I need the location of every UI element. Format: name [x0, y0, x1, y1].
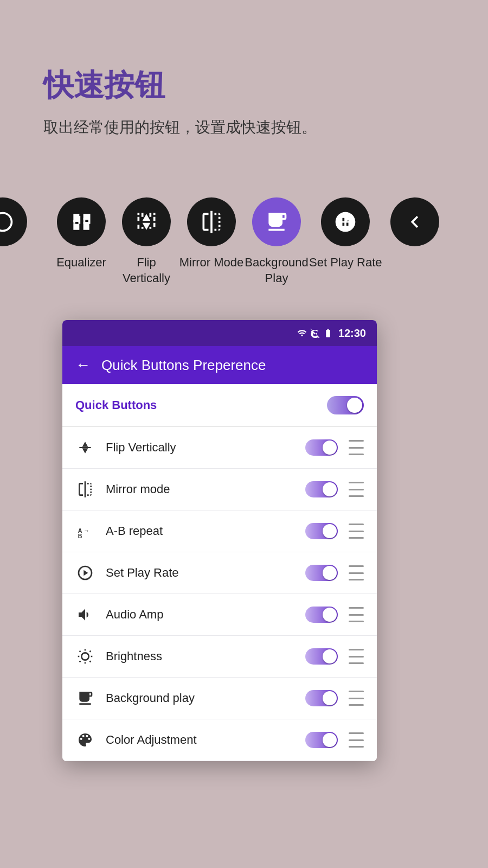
qb-circle-back[interactable]: [390, 197, 439, 246]
mirror-mode-toggle[interactable]: [305, 481, 338, 497]
svg-rect-2: [84, 218, 86, 224]
ab-repeat-drag[interactable]: [349, 524, 364, 539]
svg-text:B: B: [78, 533, 82, 539]
page-title: 快速按钮: [43, 65, 445, 106]
svg-text:→: →: [84, 527, 89, 534]
qb-item-partial[interactable]: [0, 197, 49, 246]
list-item-ab-repeat: A → B A-B repeat: [62, 510, 377, 552]
color-adjustment-drag[interactable]: [349, 732, 364, 748]
qb-label-flip: FlipVertically: [123, 255, 170, 286]
brightness-drag[interactable]: [349, 649, 364, 664]
signal-icon: [310, 328, 320, 338]
list-item-color-adjustment: Color Adjustment: [62, 719, 377, 761]
flip-vertically-toggle[interactable]: [305, 439, 338, 456]
audio-amp-icon: [75, 605, 95, 624]
svg-point-9: [81, 653, 88, 660]
ab-repeat-label: A-B repeat: [106, 524, 294, 538]
list-item-background-play: Background play: [62, 678, 377, 719]
background-play-toggle[interactable]: [305, 690, 338, 706]
background-play-icon: [75, 688, 95, 708]
brightness-label: Brightness: [106, 649, 294, 663]
qb-label-rate: Set Play Rate: [309, 255, 382, 271]
background-play-drag[interactable]: [349, 691, 364, 706]
qb-item-flip-vertically[interactable]: FlipVertically: [114, 197, 179, 286]
audio-amp-drag[interactable]: [349, 607, 364, 622]
mirror-mode-icon: [75, 480, 95, 499]
phone-mockup: 12:30 ← Quick Buttons Preperence Quick B…: [62, 320, 377, 761]
qb-item-background-play[interactable]: BackgroundPlay: [244, 197, 309, 286]
qb-label-bg-play: BackgroundPlay: [245, 255, 308, 286]
page-subtitle: 取出经常使用的按钮，设置成快速按钮。: [43, 117, 445, 138]
list-item-flip-vertically: Flip Vertically: [62, 427, 377, 469]
brightness-icon: [75, 647, 95, 666]
list-item-mirror-mode: Mirror mode: [62, 469, 377, 510]
status-icons: [297, 328, 333, 338]
flip-vertically-label: Flip Vertically: [106, 441, 294, 455]
status-time: 12:30: [338, 327, 366, 340]
qb-circle-partial[interactable]: [0, 197, 27, 246]
mirror-mode-drag[interactable]: [349, 482, 364, 497]
quick-buttons-row: Equalizer FlipVertically Mirror Mode Bac…: [0, 181, 488, 308]
app-header: ← Quick Buttons Preperence: [62, 346, 377, 384]
flip-vertically-icon: [75, 438, 95, 457]
ab-repeat-icon: A → B: [75, 521, 95, 541]
list-item-brightness: Brightness: [62, 636, 377, 678]
set-play-rate-toggle[interactable]: [305, 565, 338, 581]
svg-rect-3: [88, 214, 91, 224]
qb-circle-bg-play[interactable]: [252, 197, 301, 246]
qb-label-mirror: Mirror Mode: [179, 255, 244, 271]
quick-buttons-toggle[interactable]: [327, 396, 364, 414]
set-play-rate-drag[interactable]: [349, 565, 364, 580]
list-container: Flip Vertically Mirror mode A → B A-B re…: [62, 427, 377, 761]
section-header: Quick Buttons: [62, 384, 377, 427]
qb-item-set-play-rate[interactable]: Set Play Rate: [309, 197, 382, 271]
status-bar: 12:30: [62, 320, 377, 346]
color-adjustment-label: Color Adjustment: [106, 733, 294, 747]
color-adjustment-toggle[interactable]: [305, 732, 338, 748]
ab-repeat-toggle[interactable]: [305, 523, 338, 539]
background-play-label: Background play: [106, 691, 294, 705]
wifi-icon: [297, 328, 307, 338]
qb-circle-equalizer[interactable]: [57, 197, 106, 246]
list-item-audio-amp: Audio Amp: [62, 594, 377, 636]
flip-vertically-drag[interactable]: [349, 440, 364, 455]
qb-item-back[interactable]: [382, 197, 447, 246]
set-play-rate-icon: [75, 563, 95, 583]
qb-circle-rate[interactable]: [321, 197, 370, 246]
set-play-rate-label: Set Play Rate: [106, 566, 294, 580]
audio-amp-toggle[interactable]: [305, 607, 338, 623]
color-adjustment-icon: [75, 730, 95, 750]
top-section: 快速按钮 取出经常使用的按钮，设置成快速按钮。: [0, 0, 488, 181]
svg-rect-1: [79, 216, 81, 224]
quick-buttons-label: Quick Buttons: [75, 398, 157, 412]
audio-amp-label: Audio Amp: [106, 608, 294, 622]
brightness-toggle[interactable]: [305, 648, 338, 665]
header-title: Quick Buttons Preperence: [101, 357, 266, 374]
mirror-mode-label: Mirror mode: [106, 482, 294, 496]
qb-label-equalizer: Equalizer: [56, 255, 106, 271]
qb-circle-mirror[interactable]: [187, 197, 236, 246]
svg-rect-0: [73, 220, 75, 224]
qb-circle-flip[interactable]: [122, 197, 171, 246]
qb-item-equalizer[interactable]: Equalizer: [49, 197, 114, 271]
battery-icon: [323, 328, 333, 338]
list-item-set-play-rate: Set Play Rate: [62, 552, 377, 594]
back-button[interactable]: ←: [75, 356, 91, 374]
qb-item-mirror-mode[interactable]: Mirror Mode: [179, 197, 244, 271]
